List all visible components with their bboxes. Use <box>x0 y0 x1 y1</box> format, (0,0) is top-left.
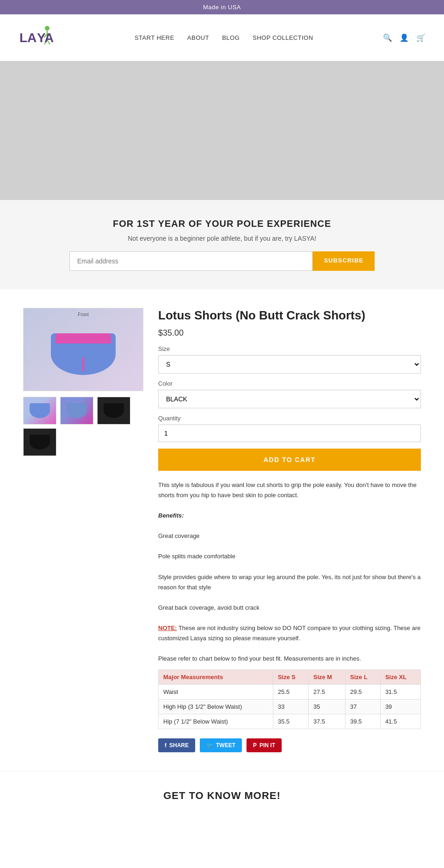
color-select[interactable]: BLACK BLUE/PINK PURPLE <box>158 390 421 408</box>
benefit-2: Pole splits made comfortable <box>158 553 235 560</box>
high-hip-s: 33 <box>273 699 308 714</box>
email-subtext: Not everyone is a beginner pole athlete,… <box>9 235 435 242</box>
product-title: Lotus Shorts (No Butt Crack Shorts) <box>158 308 421 324</box>
hip-s: 35.5 <box>273 714 308 729</box>
nav-start-here[interactable]: START HERE <box>135 34 174 41</box>
hip-l: 39.5 <box>345 714 381 729</box>
svg-text:YA: YA <box>37 31 54 45</box>
tweet-label: TWEET <box>216 742 235 749</box>
share-pinterest-button[interactable]: P PIN IT <box>247 738 282 752</box>
facebook-icon: f <box>165 742 166 749</box>
header: LA YA START HERE ABOUT BLOG SHOP COLLECT… <box>0 14 444 61</box>
nav-shop-collection[interactable]: SHOP COLLECTION <box>253 34 313 41</box>
email-section: FOR 1ST YEAR OF YOUR POLE EXPERIENCE Not… <box>0 200 444 289</box>
benefit-3: Style provides guide where to wrap your … <box>158 574 421 591</box>
measurement-high-hip: High Hip (3 1/2" Below Waist) <box>159 699 273 714</box>
hip-m: 37.5 <box>308 714 345 729</box>
note-text: These are not industry sizing below so D… <box>158 624 420 642</box>
product-images: Front <box>23 308 143 752</box>
share-twitter-button[interactable]: 🐦 TWEET <box>200 738 242 752</box>
thumbnail-1[interactable] <box>23 397 56 425</box>
thumbnail-4[interactable] <box>23 428 56 456</box>
waist-l: 29.5 <box>345 685 381 699</box>
pinterest-icon: P <box>253 742 257 749</box>
thumb-shorts-1 <box>30 403 50 418</box>
search-icon[interactable]: 🔍 <box>383 33 392 42</box>
thumbnail-2[interactable] <box>60 397 93 425</box>
measurement-hip: Hip (7 1/2" Below Waist) <box>159 714 273 729</box>
banner-text: Made in USA <box>203 4 241 11</box>
table-header-size-xl: Size XL <box>380 670 420 685</box>
nav-blog[interactable]: BLOG <box>222 34 240 41</box>
table-row: Waist 25.5 27.5 29.5 31.5 <box>159 685 421 699</box>
benefits-label: Benefits: <box>158 512 184 519</box>
get-to-know-section: GET TO KNOW MORE! <box>0 771 444 811</box>
get-to-know-heading: GET TO KNOW MORE! <box>9 790 435 802</box>
logo: LA YA <box>18 24 65 51</box>
waist-m: 27.5 <box>308 685 345 699</box>
subscribe-button[interactable]: SUBSCRIBE <box>313 251 375 271</box>
email-input[interactable] <box>69 251 313 271</box>
benefit-4: Great back coverage, avoid butt crack <box>158 604 259 611</box>
table-header-measurements: Major Measurements <box>159 670 273 685</box>
desc-main: This style is fabulous if you want low c… <box>158 481 417 499</box>
product-price: $35.00 <box>158 328 421 338</box>
account-icon[interactable]: 👤 <box>400 33 409 42</box>
high-hip-xl: 39 <box>380 699 420 714</box>
table-row: High Hip (3 1/2" Below Waist) 33 35 37 3… <box>159 699 421 714</box>
product-info: Lotus Shorts (No Butt Crack Shorts) $35.… <box>158 308 421 752</box>
table-header-size-l: Size L <box>345 670 381 685</box>
add-to-cart-button[interactable]: ADD TO CART <box>158 449 421 471</box>
main-product-image: Front <box>23 308 143 391</box>
note-label: NOTE: <box>158 624 177 631</box>
svg-point-0 <box>45 26 49 31</box>
table-header-size-s: Size S <box>273 670 308 685</box>
size-label: Size <box>158 345 421 352</box>
svg-text:LA: LA <box>19 31 37 45</box>
twitter-icon: 🐦 <box>206 742 213 749</box>
share-label: SHARE <box>169 742 189 749</box>
table-row: Hip (7 1/2" Below Waist) 35.5 37.5 39.5 … <box>159 714 421 729</box>
thumb-shorts-2 <box>67 403 87 418</box>
logo-icon: LA YA <box>18 24 65 51</box>
top-banner: Made in USA <box>0 0 444 14</box>
thumb-shorts-3 <box>104 403 124 418</box>
hip-xl: 41.5 <box>380 714 420 729</box>
waist-s: 25.5 <box>273 685 308 699</box>
quantity-label: Quantity <box>158 415 421 422</box>
waist-xl: 31.5 <box>380 685 420 699</box>
header-icons: 🔍 👤 🛒 <box>383 33 426 42</box>
product-description: This style is fabulous if you want low c… <box>158 480 421 664</box>
size-chart-table: Major Measurements Size S Size M Size L … <box>158 669 421 729</box>
size-select[interactable]: S M L XL <box>158 355 421 374</box>
pin-label: PIN IT <box>259 742 275 749</box>
quantity-input[interactable] <box>158 425 421 442</box>
product-section: Front Lotus Shorts (No Butt Crack Shorts… <box>14 308 430 752</box>
table-header-size-m: Size M <box>308 670 345 685</box>
cart-icon[interactable]: 🛒 <box>416 33 426 42</box>
nav-about[interactable]: ABOUT <box>187 34 209 41</box>
hero-image <box>0 61 444 200</box>
share-facebook-button[interactable]: f SHARE <box>158 738 195 752</box>
email-heading: FOR 1ST YEAR OF YOUR POLE EXPERIENCE <box>9 219 435 229</box>
product-thumbnails <box>23 397 143 456</box>
social-share: f SHARE 🐦 TWEET P PIN IT <box>158 738 421 752</box>
high-hip-m: 35 <box>308 699 345 714</box>
thumbnail-3[interactable] <box>97 397 130 425</box>
main-nav: START HERE ABOUT BLOG SHOP COLLECTION <box>135 34 313 41</box>
email-form: SUBSCRIBE <box>69 251 375 271</box>
front-label: Front <box>78 312 88 317</box>
high-hip-l: 37 <box>345 699 381 714</box>
thumb-shorts-4 <box>30 435 50 450</box>
measurement-waist: Waist <box>159 685 273 699</box>
chart-note: Please refer to chart below to find your… <box>158 655 361 662</box>
color-label: Color <box>158 380 421 387</box>
benefit-1: Great coverage <box>158 532 200 539</box>
shorts-illustration <box>51 333 116 375</box>
